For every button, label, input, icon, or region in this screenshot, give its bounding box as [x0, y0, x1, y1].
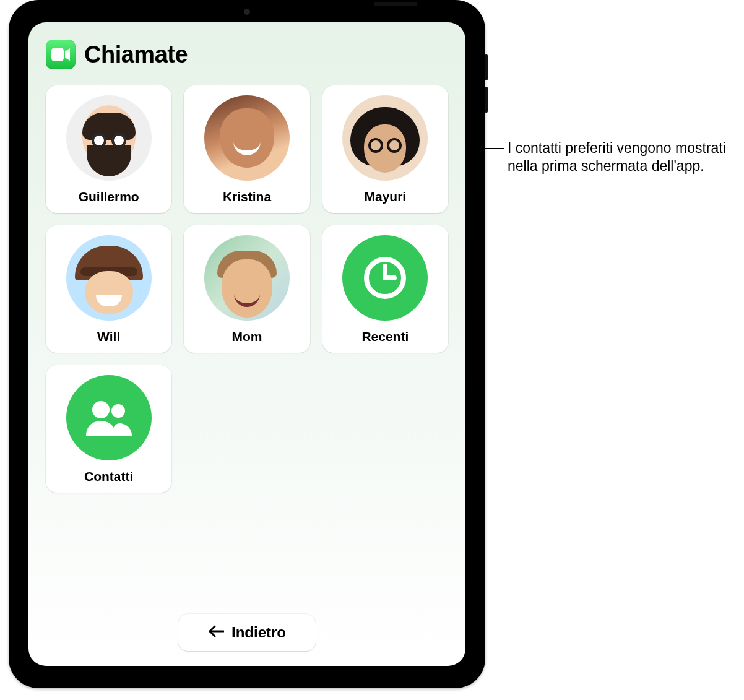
contact-name: Mom: [231, 329, 262, 344]
contact-name: Guillermo: [79, 189, 139, 204]
avatar: [66, 235, 152, 321]
app-header: Chiamate: [46, 40, 448, 69]
contacts-tile[interactable]: Contatti: [46, 365, 171, 493]
power-button: [374, 2, 417, 6]
back-button[interactable]: Indietro: [178, 614, 316, 651]
contact-tile-mayuri[interactable]: Mayuri: [322, 85, 448, 213]
avatar: [66, 95, 152, 181]
people-icon: [66, 375, 152, 460]
clock-icon: [342, 235, 428, 321]
app-screen: Chiamate Guillermo Kristina: [28, 22, 465, 666]
arrow-left-icon: [208, 624, 224, 641]
footer: Indietro: [46, 599, 448, 651]
contact-name: Will: [97, 329, 120, 344]
avatar: [204, 95, 290, 181]
contact-name: Kristina: [223, 189, 271, 204]
contact-grid: Guillermo Kristina Mayuri: [46, 85, 448, 493]
contact-tile-mom[interactable]: Mom: [184, 225, 309, 353]
contact-name: Mayuri: [364, 189, 406, 204]
volume-down-button: [485, 87, 488, 113]
contact-tile-kristina[interactable]: Kristina: [184, 85, 309, 213]
annotation-callout: I contatti preferiti vengono mostrati ne…: [477, 139, 743, 176]
back-label: Indietro: [231, 624, 286, 641]
callout-text: I contatti preferiti vengono mostrati ne…: [508, 139, 743, 176]
avatar: [204, 235, 290, 321]
tile-label: Recenti: [361, 329, 409, 344]
volume-up-button: [485, 54, 488, 80]
svg-point-4: [92, 401, 110, 418]
svg-point-5: [111, 404, 125, 418]
page-title: Chiamate: [84, 41, 188, 68]
svg-rect-0: [51, 48, 64, 61]
recents-tile[interactable]: Recenti: [322, 225, 448, 353]
contact-tile-guillermo[interactable]: Guillermo: [46, 85, 171, 213]
avatar: [342, 95, 428, 181]
ipad-device-frame: Chiamate Guillermo Kristina: [9, 0, 485, 688]
contact-tile-will[interactable]: Will: [46, 225, 171, 353]
facetime-icon: [46, 40, 76, 69]
callout-leader-line: [477, 148, 504, 149]
tile-label: Contatti: [84, 469, 133, 484]
